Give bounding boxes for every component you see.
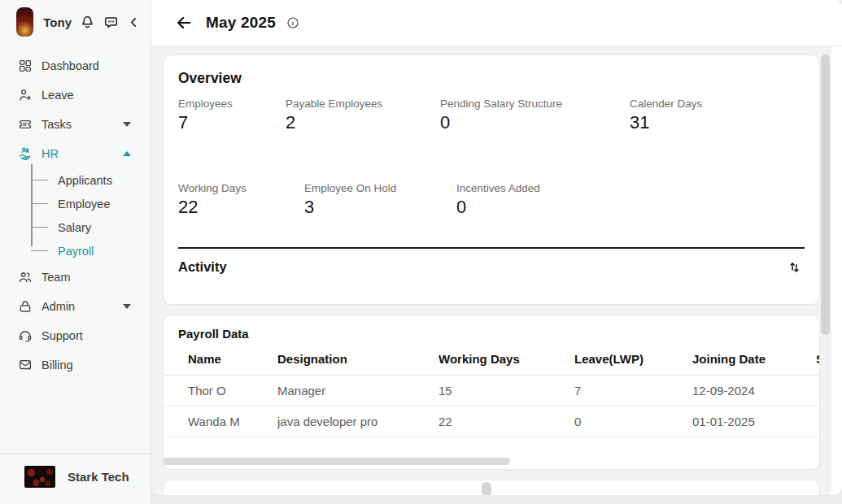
payroll-table: Name Designation Working Days Leave(LWP)… bbox=[164, 348, 819, 437]
sidebar-item-hr[interactable]: HR bbox=[0, 139, 151, 168]
sidebar-item-leave[interactable]: Leave bbox=[0, 80, 151, 110]
sidebar-item-label: Team bbox=[41, 271, 70, 284]
payroll-data-title: Payroll Data bbox=[178, 327, 819, 341]
org-name: Stark Tech bbox=[68, 470, 129, 484]
team-icon bbox=[18, 270, 33, 285]
overview-title: Overview bbox=[178, 70, 805, 87]
activity-title: Activity bbox=[178, 259, 227, 275]
page-title: May 2025 bbox=[206, 14, 276, 32]
stats-row-2: Working Days 22 Employee On Hold 3 Incen… bbox=[178, 182, 805, 218]
sidebar-item-label: Payroll bbox=[58, 245, 94, 258]
stat-payable-employees: Payable Employees 2 bbox=[286, 98, 440, 133]
column-header-joining-date: Joining Date bbox=[692, 348, 816, 376]
payroll-card: Payroll Data Name Designation Working Da… bbox=[163, 315, 820, 470]
sidebar: Tony bbox=[0, 0, 151, 504]
hr-subtree: Applicants Employee Salary Payroll bbox=[31, 168, 151, 263]
chevron-down-icon bbox=[123, 304, 131, 309]
partial-bottom-card bbox=[163, 480, 820, 495]
content-area: Overview Employees 7 Payable Employees 2… bbox=[151, 46, 831, 495]
page-header: May 2025 bbox=[151, 0, 842, 46]
sidebar-item-billing[interactable]: Billing bbox=[0, 350, 151, 380]
notification-bell-icon[interactable] bbox=[80, 15, 95, 30]
stat-incentives-added: Incentives Added 0 bbox=[456, 182, 805, 218]
column-header-working-days: Working Days bbox=[438, 348, 574, 376]
lock-icon bbox=[18, 299, 33, 314]
cell-name: Thor O bbox=[164, 376, 277, 406]
cell-clipped bbox=[816, 376, 819, 406]
sidebar-item-salary[interactable]: Salary bbox=[31, 215, 151, 239]
stat-pending-salary-structure: Pending Salary Structure 0 bbox=[440, 98, 630, 133]
horizontal-scrollbar-track[interactable] bbox=[164, 458, 819, 465]
sidebar-item-label: Leave bbox=[41, 89, 74, 102]
stat-working-days: Working Days 22 bbox=[178, 182, 304, 218]
sidebar-item-label: Dashboard bbox=[41, 59, 99, 72]
cell-working-days: 15 bbox=[438, 376, 574, 406]
leave-icon bbox=[18, 88, 33, 102]
sidebar-item-admin[interactable]: Admin bbox=[0, 292, 151, 321]
sidebar-item-label: Billing bbox=[41, 358, 73, 371]
sidebar-item-tasks[interactable]: Tasks bbox=[0, 110, 151, 139]
cell-working-days: 22 bbox=[438, 406, 574, 437]
envelope-icon bbox=[18, 358, 33, 372]
overview-card: Overview Employees 7 Payable Employees 2… bbox=[163, 54, 820, 305]
info-icon[interactable] bbox=[286, 16, 299, 29]
sidebar-item-label: Admin bbox=[41, 300, 75, 313]
sidebar-item-label: Salary bbox=[58, 221, 91, 234]
org-logo bbox=[24, 466, 55, 488]
app-window: Tony bbox=[0, 0, 842, 504]
tasks-icon bbox=[18, 117, 33, 132]
collapse-sidebar-icon[interactable] bbox=[127, 15, 141, 29]
stat-employee-on-hold: Employee On Hold 3 bbox=[304, 182, 456, 218]
sidebar-item-payroll[interactable]: Payroll bbox=[31, 239, 151, 263]
column-header-leave-lwp: Leave(LWP) bbox=[574, 348, 692, 376]
table-row: Wanda M java developer pro 22 0 01-01-20… bbox=[164, 406, 819, 437]
horizontal-scrollbar-thumb[interactable] bbox=[163, 458, 510, 465]
sidebar-item-support[interactable]: Support bbox=[0, 321, 151, 350]
sidebar-item-label: Applicants bbox=[58, 174, 112, 187]
main-area: May 2025 Overview Employees bbox=[151, 0, 842, 504]
cell-designation: Manager bbox=[277, 376, 438, 406]
main-surface: May 2025 Overview Employees bbox=[151, 0, 842, 495]
column-header-name: Name bbox=[164, 348, 277, 376]
stats-row-1: Employees 7 Payable Employees 2 Pending … bbox=[178, 98, 805, 133]
cell-joining-date: 01-01-2025 bbox=[692, 406, 816, 437]
cell-designation: java developer pro bbox=[277, 406, 438, 437]
column-header-clipped: S bbox=[816, 348, 819, 376]
user-name: Tony bbox=[43, 15, 72, 29]
sidebar-header: Tony bbox=[0, 0, 151, 40]
sidebar-item-dashboard[interactable]: Dashboard bbox=[0, 51, 151, 80]
sidebar-item-employee[interactable]: Employee bbox=[31, 192, 151, 215]
cell-clipped bbox=[816, 406, 819, 437]
avatar[interactable] bbox=[16, 7, 33, 37]
sidebar-item-label: Tasks bbox=[41, 118, 72, 131]
sidebar-nav: Dashboard Leave bbox=[0, 40, 151, 380]
vertical-scrollbar-thumb[interactable] bbox=[821, 54, 830, 335]
hr-icon bbox=[18, 146, 33, 161]
chevron-up-icon bbox=[123, 151, 131, 156]
sort-icon[interactable] bbox=[787, 259, 802, 275]
cell-leave-lwp: 0 bbox=[574, 406, 692, 437]
section-divider bbox=[178, 247, 805, 249]
cell-joining-date: 12-09-2024 bbox=[692, 376, 816, 406]
cell-name: Wanda M bbox=[164, 406, 277, 437]
column-header-designation: Designation bbox=[277, 348, 438, 376]
table-row: Thor O Manager 15 7 12-09-2024 bbox=[164, 376, 819, 406]
cell-leave-lwp: 7 bbox=[574, 376, 692, 406]
sidebar-item-team[interactable]: Team bbox=[0, 263, 151, 292]
sidebar-item-label: Employee bbox=[58, 198, 110, 211]
chat-icon[interactable] bbox=[103, 15, 119, 30]
partial-card-scrollbar-thumb[interactable] bbox=[482, 482, 491, 495]
back-button[interactable] bbox=[175, 14, 193, 32]
sidebar-item-applicants[interactable]: Applicants bbox=[31, 168, 151, 192]
sidebar-footer: Stark Tech bbox=[0, 454, 151, 504]
table-header-row: Name Designation Working Days Leave(LWP)… bbox=[164, 348, 819, 376]
headset-icon bbox=[18, 328, 33, 343]
activity-section: Activity bbox=[178, 259, 805, 275]
stat-employees: Employees 7 bbox=[178, 98, 286, 133]
sidebar-item-label: Support bbox=[41, 329, 83, 342]
chevron-down-icon bbox=[123, 122, 131, 127]
dashboard-icon bbox=[18, 59, 33, 73]
stat-calender-days: Calender Days 31 bbox=[630, 98, 805, 133]
sidebar-item-label: HR bbox=[41, 147, 59, 160]
